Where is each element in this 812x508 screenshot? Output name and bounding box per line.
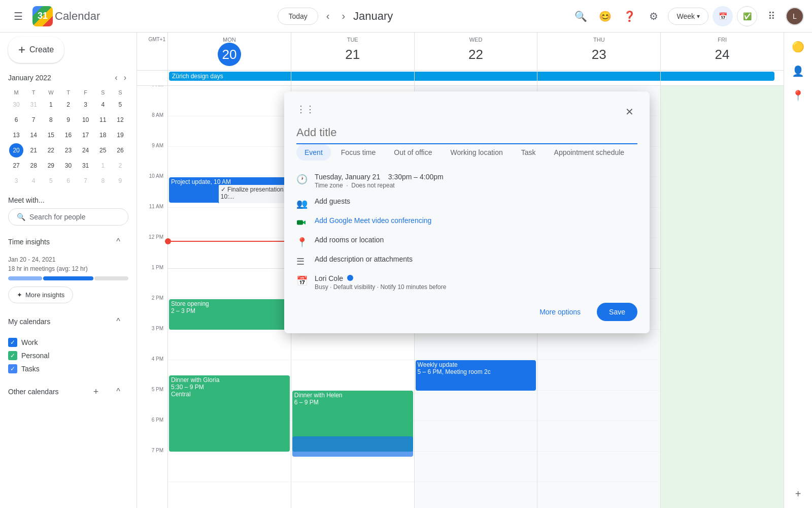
calendar-item-tasks[interactable]: ✓ Tasks	[8, 362, 128, 375]
collapse-other-calendars-button[interactable]: ^	[108, 382, 128, 402]
dinner-gloria-event[interactable]: Dinner with Gloria 5:30 – 9 PM Central	[169, 375, 290, 452]
mini-cal-day[interactable]: 30	[9, 98, 23, 112]
event-title-input[interactable]	[296, 124, 637, 144]
mini-cal-day[interactable]: 8	[44, 113, 58, 127]
tab-focus-time[interactable]: Focus time	[333, 144, 384, 161]
search-button[interactable]: 🔍	[570, 6, 591, 26]
mini-cal-day[interactable]: 24	[79, 143, 93, 157]
personal-checkbox[interactable]: ✓	[8, 351, 17, 360]
modal-meet-row[interactable]: Add Google Meet video conferencing	[296, 212, 637, 232]
collapse-my-calendars-button[interactable]: ^	[108, 311, 128, 332]
mini-cal-day[interactable]: 29	[44, 158, 58, 173]
mini-cal-day[interactable]: 2	[113, 158, 127, 173]
save-button[interactable]: Save	[597, 303, 637, 321]
mini-cal-day[interactable]: 23	[61, 143, 75, 157]
create-button[interactable]: + Create	[8, 37, 64, 63]
modal-description-row[interactable]: ☰ Add description or attachments	[296, 251, 637, 270]
mini-cal-day[interactable]: 6	[61, 174, 75, 188]
weekly-update-event[interactable]: Weekly update 5 – 6 PM, Meeting room 2c	[416, 360, 536, 391]
calendar-item-work[interactable]: ✓ Work	[8, 336, 128, 349]
mini-cal-day[interactable]: 18	[96, 128, 110, 142]
mini-cal-day[interactable]: 30	[61, 158, 75, 173]
mini-cal-day[interactable]: 26	[113, 143, 127, 157]
mini-cal-day[interactable]: 31	[26, 98, 41, 112]
google-keep-icon[interactable]: 🟡	[788, 37, 808, 57]
apps-icon-button[interactable]: ⠿	[761, 6, 782, 26]
modal-description[interactable]: Add description or attachments	[315, 255, 637, 263]
mini-cal-day[interactable]: 1	[44, 98, 58, 112]
day-num-23[interactable]: 23	[587, 43, 611, 66]
all-day-cell-mon[interactable]: Zürich design days	[167, 71, 291, 85]
modal-guests-row[interactable]: 👥 Add guests	[296, 193, 637, 212]
close-modal-button[interactable]: ✕	[621, 104, 637, 120]
mini-cal-day[interactable]: 6	[9, 113, 23, 127]
mini-cal-day[interactable]: 10	[79, 113, 93, 127]
status-button[interactable]: 😊	[595, 6, 615, 26]
day-num-20[interactable]: 20	[218, 43, 241, 66]
view-selector[interactable]: Week ▾	[668, 8, 708, 25]
my-calendars-header[interactable]: My calendars ^	[8, 311, 128, 332]
tab-event[interactable]: Event	[296, 144, 331, 161]
modal-meet-link[interactable]: Add Google Meet video conferencing	[315, 216, 637, 225]
contacts-icon[interactable]: 👤	[788, 61, 808, 81]
mini-cal-day[interactable]: 17	[79, 128, 93, 142]
mini-cal-day[interactable]: 4	[96, 98, 110, 112]
help-button[interactable]: ❓	[619, 6, 639, 26]
modal-add-guests[interactable]: Add guests	[315, 197, 637, 205]
mini-cal-day[interactable]: 27	[9, 158, 23, 173]
mini-cal-day[interactable]: 9	[61, 113, 75, 127]
more-options-button[interactable]: More options	[531, 304, 589, 320]
tab-task[interactable]: Task	[513, 144, 544, 161]
fri-green-event[interactable]	[661, 86, 784, 508]
avatar[interactable]: L	[786, 7, 804, 25]
mini-cal-day[interactable]: 5	[113, 98, 127, 112]
mini-cal-day[interactable]: 7	[26, 113, 41, 127]
mini-cal-day[interactable]: 22	[44, 143, 58, 157]
calendar-item-personal[interactable]: ✓ Personal	[8, 349, 128, 362]
tab-working-location[interactable]: Working location	[443, 144, 511, 161]
next-nav-button[interactable]: ›	[337, 6, 349, 26]
mini-cal-day[interactable]: 25	[96, 143, 110, 157]
mini-cal-day[interactable]: 14	[26, 128, 41, 142]
mini-cal-day[interactable]: 19	[113, 128, 127, 142]
menu-icon[interactable]: ☰	[8, 6, 28, 26]
store-opening-event[interactable]: Store opening 2 – 3 PM	[169, 299, 290, 330]
day-num-21[interactable]: 21	[341, 43, 364, 66]
modal-location[interactable]: Add rooms or location	[315, 236, 637, 244]
mini-cal-prev[interactable]: ‹	[113, 71, 119, 84]
mini-cal-day[interactable]: 3	[79, 98, 93, 112]
prev-nav-button[interactable]: ‹	[322, 6, 334, 26]
mini-cal-day[interactable]: 11	[96, 113, 110, 127]
day-col-fri[interactable]	[660, 86, 784, 508]
modal-datetime-main[interactable]: Tuesday, January 21 3:30pm – 4:00pm	[315, 173, 637, 181]
mini-cal-day[interactable]: 3	[9, 174, 23, 188]
mini-cal-day[interactable]: 15	[44, 128, 58, 142]
mini-cal-day[interactable]: 28	[26, 158, 41, 173]
mini-cal-day[interactable]: 12	[113, 113, 127, 127]
mini-cal-day[interactable]: 4	[26, 174, 41, 188]
mini-cal-day[interactable]: 2	[61, 98, 75, 112]
search-people-input[interactable]: 🔍 Search for people	[8, 208, 128, 226]
more-insights-button[interactable]: ✦ More insights	[8, 287, 73, 303]
add-other-calendar-button[interactable]: +	[86, 382, 106, 402]
mini-cal-today[interactable]: 20	[9, 143, 23, 157]
today-button[interactable]: Today	[278, 8, 318, 25]
mini-cal-day[interactable]: 7	[79, 174, 93, 188]
tab-appointment-schedule[interactable]: Appointment schedule	[546, 144, 633, 161]
modal-location-row[interactable]: 📍 Add rooms or location	[296, 232, 637, 251]
tue-blue-event[interactable]	[292, 436, 413, 457]
mini-cal-day[interactable]: 5	[44, 174, 58, 188]
maps-icon[interactable]: 📍	[788, 85, 808, 106]
day-num-24[interactable]: 24	[710, 43, 734, 66]
mini-cal-day[interactable]: 21	[26, 143, 41, 157]
calendar-icon-button[interactable]: 📅	[713, 6, 733, 26]
collapse-time-insights-button[interactable]: ^	[108, 232, 128, 252]
work-checkbox[interactable]: ✓	[8, 338, 17, 347]
day-num-22[interactable]: 22	[464, 43, 487, 66]
settings-button[interactable]: ⚙	[644, 6, 664, 26]
tab-out-of-office[interactable]: Out of office	[386, 144, 440, 161]
finalize-presentation-event[interactable]: ✓ Finalize presentation, 10:...	[217, 185, 290, 203]
mini-cal-day[interactable]: 13	[9, 128, 23, 142]
mini-cal-next[interactable]: ›	[122, 71, 128, 84]
mini-cal-day[interactable]: 9	[113, 174, 127, 188]
